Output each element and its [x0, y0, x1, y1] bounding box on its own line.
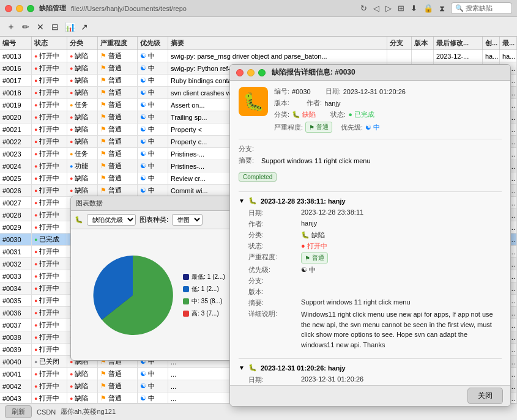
toolbar: ＋ ✏ ✕ ⊟ 📊 ↗ — [0, 17, 517, 37]
export-icon[interactable]: ↗ — [78, 21, 91, 33]
close-button[interactable]: 关闭 — [467, 388, 503, 404]
cell-id: #0016 — [0, 62, 32, 74]
col-modified[interactable]: 最后修改... — [434, 37, 483, 50]
cell-status: ● 打开中 — [32, 111, 67, 123]
home-icon[interactable]: ⊞ — [398, 4, 404, 13]
detail-header-section: 🐛 编号: #0030 日期: 2023-12-31 01:20:26 版本: … — [239, 87, 502, 133]
cell-priority: ☯ 中 — [138, 185, 168, 196]
cell-status: ● 打开中 — [32, 148, 67, 160]
nav-back-icon[interactable]: ◁ — [373, 4, 379, 13]
cell-id: #0021 — [0, 123, 32, 135]
col-status[interactable]: 状态 — [32, 37, 67, 50]
cell-severity: ⚑ 普通 — [98, 172, 138, 184]
cell-status: ● 已关闭 — [32, 356, 67, 367]
chart-icon[interactable]: 📊 — [64, 21, 76, 33]
cell-status: ● 打开中 — [32, 87, 67, 98]
maximize-button[interactable] — [27, 5, 34, 12]
delete-icon[interactable]: ✕ — [34, 21, 46, 33]
refresh-icon[interactable]: ↻ — [360, 4, 367, 13]
search-label: 搜索缺陷 — [466, 4, 493, 13]
cell-category: ● 缺陷 — [67, 368, 98, 380]
cell-category: ● 缺陷 — [67, 380, 98, 392]
cell-status: ● 打开中 — [32, 160, 67, 172]
cell-priority: ☯ 中 — [138, 87, 168, 98]
col-summary[interactable]: 摘要 — [168, 37, 387, 50]
cell-priority: ☯ 中 — [138, 123, 168, 135]
col-priority[interactable]: 优先级 — [138, 37, 168, 50]
cell-id: #0042 — [0, 380, 32, 392]
detail-body: 🐛 编号: #0030 日期: 2023-12-31 01:20:26 版本: … — [230, 81, 510, 385]
cell-status: ● 打开中 — [32, 136, 67, 147]
cell-status: ● 已完成 — [32, 234, 67, 245]
cell-category: ● 缺陷 — [67, 111, 98, 123]
meta-row-severity: 严重程度: ⚑ 普通 优先级: ☯ 中 — [274, 122, 384, 133]
chart-type-label: 图表种类: — [139, 215, 168, 224]
detail-maximize-traffic[interactable] — [258, 69, 266, 76]
cell-status: ● 打开中 — [32, 319, 67, 331]
history-date-1: 2023-12-28 23:38:11: hanjy — [261, 197, 346, 205]
col-create[interactable]: 创... — [483, 37, 500, 50]
col-id[interactable]: 编号 — [0, 37, 32, 50]
detail-close-traffic[interactable] — [236, 69, 244, 76]
table-row[interactable]: #0013 ● 打开中 ● 缺陷 ⚑ 普通 ☯ 中 swig-py: parse… — [0, 50, 517, 62]
refresh-status-btn[interactable]: 刷新 — [5, 405, 32, 418]
cell-priority: ☯ 中 — [138, 75, 168, 86]
nav-forward-icon[interactable]: ▷ — [385, 4, 392, 13]
filter-icon[interactable]: ⊟ — [49, 21, 61, 33]
titlebar-icons: ↻ ◁ ▷ ⊞ ⬇ 🔒 ⧗ 🔍 搜索缺陷 — [360, 2, 512, 14]
col-category[interactable]: 分类 — [67, 37, 98, 50]
cell-status: ● 打开中 — [32, 197, 67, 208]
cell-id: #0035 — [0, 295, 32, 306]
cell-branch — [387, 50, 412, 62]
cell-category: ● 任务 — [67, 148, 98, 160]
traffic-lights — [5, 5, 34, 12]
cell-id: #0022 — [0, 136, 32, 147]
cell-status: ● 打开中 — [32, 75, 67, 86]
cell-status: ● 打开中 — [32, 209, 67, 221]
chart-type-select[interactable]: 饼图 — [172, 214, 203, 226]
history-header-1[interactable]: ▼ 🐛 2023-12-28 23:38:11: hanjy — [239, 197, 502, 205]
cell-status: ● 打开中 — [32, 62, 67, 74]
col-severity[interactable]: 严重程度 — [98, 37, 138, 50]
cell-severity: ⚑ 普通 — [98, 99, 138, 111]
search-bar[interactable]: 🔍 搜索缺陷 — [451, 2, 512, 14]
minimize-button[interactable] — [16, 5, 23, 12]
col-last[interactable]: 最... — [500, 37, 517, 50]
cell-id: #0017 — [0, 75, 32, 86]
cell-summary: swig-py: parse_msg driver object and par… — [168, 50, 387, 62]
detail-minimize-traffic[interactable] — [247, 69, 255, 76]
history-date-2: 2023-12-31 01:20:26: hanjy — [261, 364, 346, 372]
cell-id: #0029 — [0, 221, 32, 233]
history-header-2[interactable]: ▼ 🐛 2023-12-31 01:20:26: hanjy — [239, 364, 502, 372]
col-version[interactable]: 版本 — [412, 37, 434, 50]
cell-priority: ☯ 中 — [138, 172, 168, 184]
collapse-icon-1: ▼ — [239, 197, 245, 204]
history-entry-2: ▼ 🐛 2023-12-31 01:20:26: hanjy 日期: 2023-… — [239, 364, 502, 385]
cell-version — [412, 50, 434, 62]
add-icon[interactable]: ＋ — [5, 21, 17, 33]
legend-item: 低: 1 (2...) — [183, 285, 225, 293]
download-icon[interactable]: ⬇ — [411, 4, 417, 13]
close-button[interactable] — [5, 5, 12, 12]
cell-status: ● 打开中 — [32, 392, 67, 403]
chart-data-select[interactable]: 缺陷优先级 — [87, 214, 136, 226]
history-bug-icon-1: 🐛 — [248, 197, 257, 205]
category-value: 缺陷 — [302, 110, 316, 119]
edit-icon[interactable]: ✏ — [20, 21, 32, 33]
chart-titlebar: 图表数据 — [71, 196, 244, 211]
col-branch[interactable]: 分支 — [387, 37, 412, 50]
detail-window: 缺陷报告详细信息: #0030 🐛 编号: #0030 日期: 2023-12-… — [229, 64, 511, 407]
cell-status: ● 打开中 — [32, 344, 67, 355]
divider-2 — [239, 191, 502, 192]
cell-severity: ⚑ 普通 — [98, 392, 138, 403]
lock-icon[interactable]: 🔒 — [423, 4, 433, 13]
history-entry-1: ▼ 🐛 2023-12-28 23:38:11: hanjy 日期: 2023-… — [239, 197, 502, 350]
cell-priority: ☯ 中 — [138, 368, 168, 380]
cell-status: ● 打开中 — [32, 185, 67, 196]
cell-severity: ⚑ 普通 — [98, 123, 138, 135]
cell-category: ● 功能 — [67, 160, 98, 172]
cell-priority: ☯ 中 — [138, 148, 168, 160]
chart-body: 最低: 1 (2...)低: 1 (2...)中: 35 (8...)高: 3 … — [71, 229, 244, 361]
cell-status: ● 打开中 — [32, 368, 67, 380]
filter-icon[interactable]: ⧗ — [439, 4, 445, 13]
